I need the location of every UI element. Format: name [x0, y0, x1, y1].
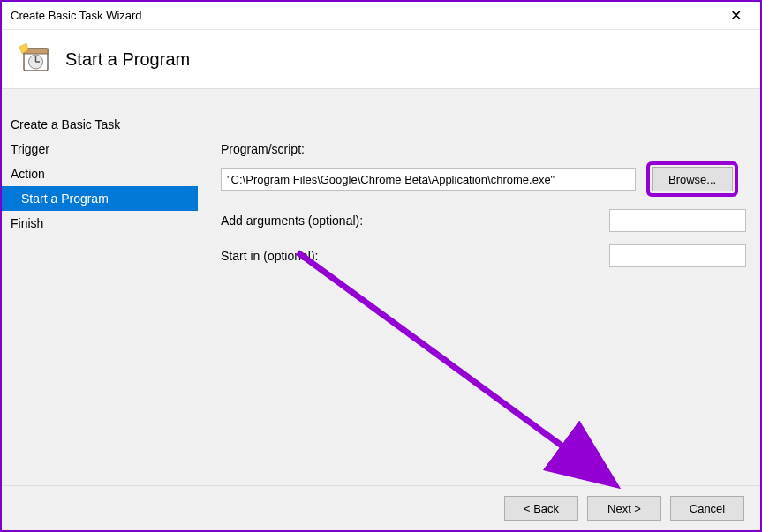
browse-button[interactable]: Browse... [652, 167, 733, 191]
sidebar-item-trigger[interactable]: Trigger [2, 137, 198, 161]
add-arguments-input[interactable] [609, 209, 746, 232]
program-script-input[interactable] [221, 168, 636, 191]
sidebar-item-finish[interactable]: Finish [2, 211, 198, 236]
start-in-label: Start in (optional): [221, 249, 609, 263]
wizard-header: Start a Program [2, 30, 760, 88]
titlebar: Create Basic Task Wizard ✕ [2, 2, 760, 30]
next-button[interactable]: Next > [587, 496, 661, 521]
sidebar-item-create-basic-task[interactable]: Create a Basic Task [2, 112, 198, 137]
sidebar-item-action[interactable]: Action [2, 161, 198, 186]
page-title: Start a Program [65, 49, 190, 70]
browse-highlight: Browse... [646, 161, 738, 197]
content-area: Create a Basic Task Trigger Action Start… [2, 88, 760, 486]
sidebar-item-start-a-program[interactable]: Start a Program [2, 186, 198, 211]
back-button[interactable]: < Back [504, 496, 578, 521]
close-icon: ✕ [730, 7, 742, 24]
add-arguments-label: Add arguments (optional): [221, 214, 609, 228]
main-panel: Program/script: Browse... Add arguments … [198, 89, 762, 485]
start-in-input[interactable] [609, 244, 746, 267]
window-title: Create Basic Task Wizard [11, 9, 142, 22]
wizard-sidebar: Create a Basic Task Trigger Action Start… [2, 89, 198, 485]
program-script-label: Program/script: [221, 142, 746, 156]
close-button[interactable]: ✕ [718, 4, 753, 28]
cancel-button[interactable]: Cancel [670, 496, 744, 521]
wizard-icon [19, 43, 51, 75]
wizard-footer: < Back Next > Cancel [2, 486, 760, 530]
